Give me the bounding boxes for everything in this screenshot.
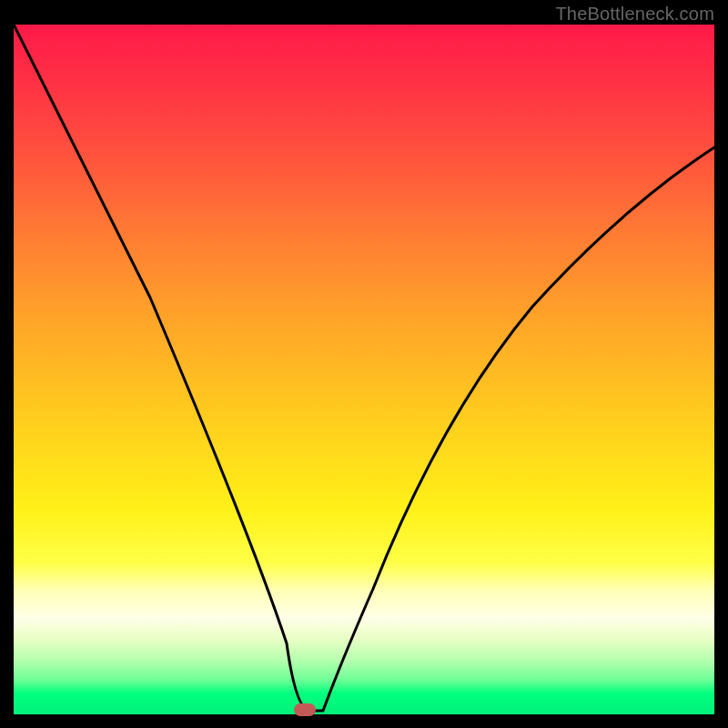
- bottleneck-curve-path: [14, 25, 714, 711]
- watermark-text: TheBottleneck.com: [555, 4, 714, 25]
- chart-container: TheBottleneck.com: [0, 0, 728, 728]
- optimum-marker: [294, 703, 316, 716]
- plot-frame: [14, 25, 714, 714]
- curve-svg: [14, 25, 714, 714]
- plot-area: [14, 25, 714, 714]
